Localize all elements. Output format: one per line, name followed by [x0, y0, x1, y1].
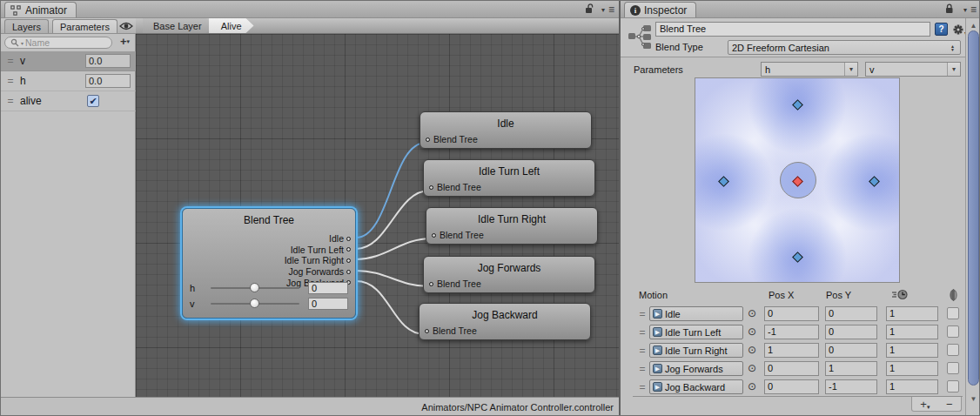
pos-y-field[interactable]: 0 — [825, 306, 877, 321]
motion-object-field[interactable]: ▶Jog Forwards — [649, 361, 743, 376]
object-picker-icon[interactable]: ⊙ — [748, 380, 756, 393]
blend-tree-node[interactable]: Blend Tree Idle Idle Turn Left Idle Turn… — [182, 208, 356, 319]
motion-object-field[interactable]: ▶Idle Turn Left — [649, 325, 743, 339]
input-port-icon[interactable] — [432, 233, 436, 238]
input-port-icon[interactable] — [425, 329, 429, 333]
state-node-idle-turn-right[interactable]: Idle Turn Right Blend Tree — [426, 207, 598, 245]
remove-motion-button[interactable]: − — [946, 398, 953, 411]
drag-handle-icon[interactable]: = — [5, 95, 16, 107]
mirror-checkbox[interactable] — [947, 344, 959, 356]
drag-handle-icon[interactable]: = — [5, 75, 16, 87]
add-parameter-button[interactable]: +▾ — [120, 36, 130, 48]
state-node-jog-forwards[interactable]: Jog Forwards Blend Tree — [423, 256, 595, 293]
pos-x-field[interactable]: 1 — [764, 343, 819, 358]
blend-type-dropdown[interactable]: 2D Freeform Cartesian ▲▼ — [728, 40, 961, 55]
slider-value-field[interactable]: 0 — [308, 298, 348, 310]
parameter-y-dropdown[interactable]: v ▾ — [865, 62, 961, 77]
scroll-up-icon[interactable]: ▲ — [966, 22, 980, 30]
object-picker-icon[interactable]: ⊙ — [748, 325, 756, 338]
parameter-row-alive[interactable]: = alive ✔ — [1, 91, 136, 111]
slider-track[interactable] — [211, 303, 299, 305]
parameter-checkbox[interactable]: ✔ — [87, 95, 99, 107]
pos-x-field[interactable]: -1 — [764, 325, 819, 339]
parameter-value-field[interactable]: 0.0 — [85, 54, 131, 68]
pos-y-field[interactable]: 0 — [825, 325, 877, 339]
drag-handle-icon[interactable]: = — [637, 381, 648, 393]
node-title: Jog Backward — [420, 304, 590, 321]
scroll-down-icon[interactable]: ▼ — [966, 395, 980, 403]
motion-clip-icon: ▶ — [653, 346, 662, 355]
output-port-icon[interactable] — [346, 270, 351, 274]
pos-y-field[interactable]: 0 — [825, 343, 877, 358]
pos-y-field[interactable]: -1 — [825, 379, 877, 394]
speed-field[interactable]: 1 — [886, 379, 938, 394]
drag-handle-icon[interactable]: = — [637, 363, 648, 375]
inspector-lock-icon[interactable] — [945, 3, 955, 15]
drag-handle-icon[interactable]: = — [5, 55, 16, 67]
breadcrumb-alive[interactable]: Alive — [209, 18, 254, 33]
state-node-idle[interactable]: Idle Blend Tree — [420, 111, 592, 149]
pos-x-field[interactable]: 0 — [764, 379, 819, 394]
eye-icon[interactable] — [119, 21, 133, 31]
node-subtitle: Blend Tree — [429, 182, 481, 192]
object-picker-icon[interactable]: ⊙ — [748, 307, 756, 319]
animator-lock-icon[interactable] — [585, 3, 594, 15]
parameter-x-dropdown[interactable]: h ▾ — [761, 62, 858, 77]
mirror-checkbox[interactable] — [947, 362, 959, 374]
state-node-jog-backward[interactable]: Jog Backward Blend Tree — [419, 303, 591, 340]
input-port-icon[interactable] — [426, 138, 430, 142]
pos-x-field[interactable]: 0 — [764, 306, 819, 321]
parameter-row-h[interactable]: = h 0.0 — [1, 71, 136, 91]
slider-knob[interactable] — [250, 283, 259, 292]
blend-space-2d[interactable] — [695, 77, 900, 283]
motion-object-field[interactable]: ▶Idle — [649, 306, 743, 321]
input-port-icon[interactable] — [429, 185, 433, 190]
slider-value-field[interactable]: 0 — [308, 282, 348, 294]
output-port-icon[interactable] — [346, 258, 351, 263]
help-icon[interactable]: ? — [935, 23, 948, 36]
motion-diamond-idle-turn-left[interactable] — [718, 176, 729, 187]
drag-handle-icon[interactable]: = — [637, 326, 648, 339]
motion-diamond-idle-turn-right[interactable] — [869, 176, 880, 187]
state-node-idle-turn-left[interactable]: Idle Turn Left Blend Tree — [423, 159, 595, 197]
tab-parameters[interactable]: Parameters — [52, 19, 117, 33]
speed-field[interactable]: 1 — [886, 343, 938, 358]
parameter-row-v[interactable]: = v 0.0 — [1, 51, 136, 71]
search-input[interactable]: ▾ Name — [4, 37, 112, 49]
add-motion-button[interactable]: +▾ — [920, 398, 930, 411]
search-icon — [10, 38, 19, 47]
pos-y-field[interactable]: 1 — [825, 361, 877, 376]
speed-field[interactable]: 1 — [886, 306, 938, 321]
tab-animator[interactable]: Animator — [4, 2, 77, 17]
mirror-checkbox[interactable] — [947, 325, 959, 338]
inspector-menu-icon[interactable]: ▾≡ — [963, 3, 976, 16]
pos-x-field[interactable]: 0 — [764, 361, 819, 376]
scrollbar-thumb[interactable] — [968, 30, 979, 386]
output-port-icon[interactable] — [346, 237, 351, 241]
motion-object-field[interactable]: ▶Jog Backward — [649, 379, 743, 394]
motion-diamond-jog-forwards[interactable] — [792, 99, 803, 111]
inspector-scrollbar[interactable]: ▲ ▼ — [965, 18, 980, 416]
state-machine-graph[interactable]: Blend Tree Idle Idle Turn Left Idle Turn… — [136, 34, 619, 397]
mirror-checkbox[interactable] — [947, 380, 959, 393]
slider-knob[interactable] — [250, 299, 259, 308]
output-port-icon[interactable] — [346, 247, 351, 252]
motion-object-field[interactable]: ▶Idle Turn Right — [649, 343, 743, 358]
output-row: Idle Turn Left — [183, 245, 353, 256]
object-picker-icon[interactable]: ⊙ — [748, 344, 756, 356]
drag-handle-icon[interactable]: = — [637, 345, 648, 357]
mirror-checkbox[interactable] — [947, 307, 959, 319]
drag-handle-icon[interactable]: = — [637, 308, 648, 320]
motion-diamond-jog-backward[interactable] — [792, 252, 803, 263]
object-picker-icon[interactable]: ⊙ — [748, 362, 756, 374]
speed-field[interactable]: 1 — [886, 361, 938, 376]
tab-inspector[interactable]: i Inspector — [624, 2, 696, 17]
animator-menu-icon[interactable]: ▾≡ — [601, 3, 614, 16]
slider-track[interactable] — [211, 287, 299, 289]
tab-layers[interactable]: Layers — [4, 19, 49, 33]
speed-field[interactable]: 1 — [886, 325, 938, 339]
input-port-icon[interactable] — [429, 282, 433, 286]
breadcrumb-base-layer[interactable]: Base Layer — [143, 18, 214, 33]
blend-tree-name-field[interactable]: Blend Tree — [655, 22, 930, 37]
parameter-value-field[interactable]: 0.0 — [85, 74, 131, 88]
